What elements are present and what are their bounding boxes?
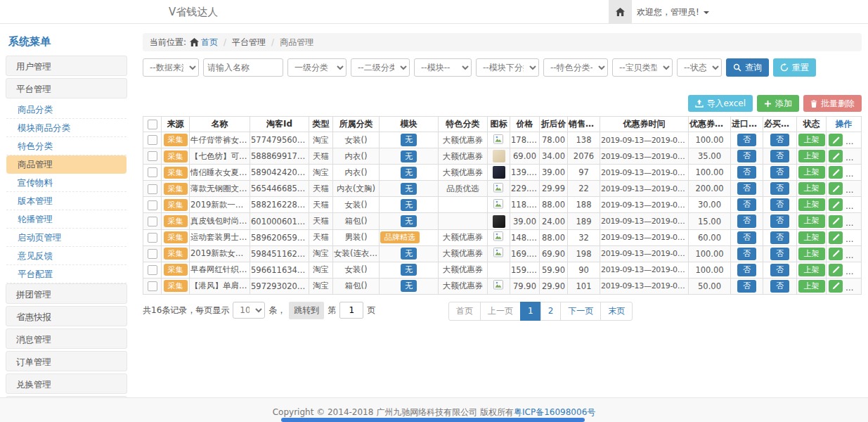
edit-button[interactable] <box>829 280 843 293</box>
pager-button[interactable]: 末页 <box>600 302 633 321</box>
must-buy-toggle[interactable]: 否 <box>770 264 789 276</box>
import-select-toggle[interactable]: 否 <box>737 248 756 260</box>
import-excel-button[interactable]: 导入excel <box>688 95 753 112</box>
must-buy-toggle[interactable]: 否 <box>770 182 789 195</box>
edit-button[interactable] <box>829 215 843 228</box>
import-select-toggle[interactable]: 否 <box>737 215 756 227</box>
status-select[interactable]: --状态-- <box>677 58 722 77</box>
status-button[interactable]: 上架 <box>798 134 825 146</box>
sidebar-item-platform-config[interactable]: 平台配置 <box>6 265 127 283</box>
import-select-toggle[interactable]: 否 <box>737 182 756 195</box>
status-button[interactable]: 上架 <box>798 198 825 211</box>
sidebar-item-version-management[interactable]: 版本管理 <box>6 192 127 210</box>
sidebar-item-saving-express[interactable]: 省惠快报 <box>6 306 127 326</box>
must-buy-toggle[interactable]: 否 <box>770 150 789 162</box>
breadcrumb-home-link[interactable]: 首页 <box>190 33 218 51</box>
status-button[interactable]: 上架 <box>798 182 825 195</box>
row-checkbox[interactable] <box>148 281 157 291</box>
row-checkbox[interactable] <box>148 217 157 226</box>
sidebar-item-goods-management[interactable]: 商品管理 <box>6 155 127 174</box>
horizontal-scrollbar-thumb[interactable] <box>281 418 585 422</box>
module-select[interactable]: --模块-- <box>414 58 472 77</box>
sidebar-item-module-goods-category[interactable]: 模块商品分类 <box>6 119 127 137</box>
sidebar-item-promo-materials[interactable]: 宣传物料 <box>6 174 127 192</box>
module-sub-select[interactable]: --模块下分类-- <box>476 58 539 77</box>
status-button[interactable]: 上架 <box>798 150 825 162</box>
pager-button[interactable]: 2 <box>540 302 562 321</box>
status-button[interactable]: 上架 <box>798 215 825 227</box>
row-checkbox[interactable] <box>148 265 157 275</box>
row-checkbox[interactable] <box>148 151 157 161</box>
must-buy-toggle[interactable]: 否 <box>770 166 789 179</box>
import-select-toggle[interactable]: 否 <box>737 264 756 276</box>
page-size-select[interactable]: 10 <box>233 302 265 319</box>
reset-button[interactable]: 重置 <box>773 58 816 77</box>
pager-current-page[interactable]: 1 <box>520 302 541 321</box>
must-buy-toggle[interactable]: 否 <box>770 231 789 244</box>
row-checkbox[interactable] <box>148 167 157 177</box>
app-title: V省钱达人 <box>169 6 218 19</box>
item-type-select[interactable]: --宝贝类型-- <box>612 58 673 77</box>
edit-button[interactable] <box>829 264 843 276</box>
import-select-toggle[interactable]: 否 <box>737 231 756 244</box>
status-button[interactable]: 上架 <box>798 166 825 179</box>
must-buy-toggle[interactable]: 否 <box>770 248 789 260</box>
icp-link[interactable]: 粤ICP备16098006号 <box>514 407 595 417</box>
user-menu[interactable]: 欢迎您，管理员! <box>637 6 709 18</box>
search-button[interactable]: 查询 <box>726 58 769 77</box>
sidebar-item-platform[interactable]: 平台管理 <box>6 78 127 98</box>
sidebar-item-exchange-management[interactable]: 兑换管理 <box>6 373 127 394</box>
edit-button[interactable] <box>829 231 843 244</box>
must-buy-toggle[interactable]: 否 <box>770 198 789 211</box>
data-source-select[interactable]: --数据来源-- <box>143 58 199 77</box>
row-checkbox[interactable] <box>148 249 157 259</box>
edit-button[interactable] <box>829 182 843 195</box>
sidebar-item-order-management[interactable]: 订单管理 <box>6 351 127 371</box>
row-checkbox[interactable] <box>148 135 157 145</box>
sidebar-item-goods-category[interactable]: 商品分类 <box>6 101 127 119</box>
status-button[interactable]: 上架 <box>798 248 825 260</box>
status-button[interactable]: 上架 <box>798 231 825 244</box>
source-badge: 采集 <box>164 280 188 292</box>
sidebar-item-users[interactable]: 用户管理 <box>6 56 127 76</box>
feature-category-select[interactable]: --特色分类-- <box>543 58 608 77</box>
name-search-input[interactable] <box>203 58 283 77</box>
import-select-toggle[interactable]: 否 <box>737 166 756 179</box>
taoke-id: 597293020870 <box>250 278 309 294</box>
sidebar-item-splash-management[interactable]: 启动页管理 <box>6 229 127 247</box>
sidebar-item-message-management[interactable]: 消息管理 <box>6 328 127 349</box>
must-buy-toggle[interactable]: 否 <box>770 215 789 227</box>
edit-button[interactable] <box>829 166 843 179</box>
level2-category-select[interactable]: --二级分类-- <box>351 58 410 77</box>
import-select-toggle[interactable]: 否 <box>737 198 756 211</box>
must-buy-toggle[interactable]: 否 <box>770 280 789 293</box>
edit-button[interactable] <box>829 198 843 211</box>
batch-delete-button[interactable]: 批量删除 <box>803 95 862 112</box>
row-checkbox[interactable] <box>148 233 157 243</box>
sidebar-item-feedback[interactable]: 意见反馈 <box>6 247 127 265</box>
sidebar-item-feature-category[interactable]: 特色分类 <box>6 137 127 155</box>
status-button[interactable]: 上架 <box>798 280 825 293</box>
row-checkbox[interactable] <box>148 200 157 210</box>
pager-button[interactable]: 首页 <box>448 302 481 321</box>
status-button[interactable]: 上架 <box>798 264 825 276</box>
sidebar-item-carousel-management[interactable]: 轮播管理 <box>6 210 127 229</box>
edit-button[interactable] <box>829 134 843 146</box>
topbar: V省钱达人 欢迎您，管理员! <box>0 0 868 24</box>
import-select-toggle[interactable]: 否 <box>737 134 756 146</box>
pager-button[interactable]: 下一页 <box>560 302 601 321</box>
import-select-toggle[interactable]: 否 <box>737 150 756 162</box>
level1-category-select[interactable]: 一级分类 <box>287 58 346 77</box>
sidebar-item-group-buy[interactable]: 拼团管理 <box>6 283 127 304</box>
row-checkbox[interactable] <box>148 184 157 194</box>
must-buy-toggle[interactable]: 否 <box>770 134 789 146</box>
jump-button[interactable]: 跳转到 <box>289 302 324 319</box>
home-button[interactable] <box>609 0 632 23</box>
select-all-checkbox[interactable] <box>148 120 157 129</box>
edit-button[interactable] <box>829 248 843 260</box>
page-number-input[interactable] <box>339 302 363 319</box>
add-button[interactable]: 添加 <box>757 95 799 112</box>
edit-button[interactable] <box>829 150 843 162</box>
pager-button[interactable]: 上一页 <box>480 302 521 321</box>
import-select-toggle[interactable]: 否 <box>737 280 756 293</box>
